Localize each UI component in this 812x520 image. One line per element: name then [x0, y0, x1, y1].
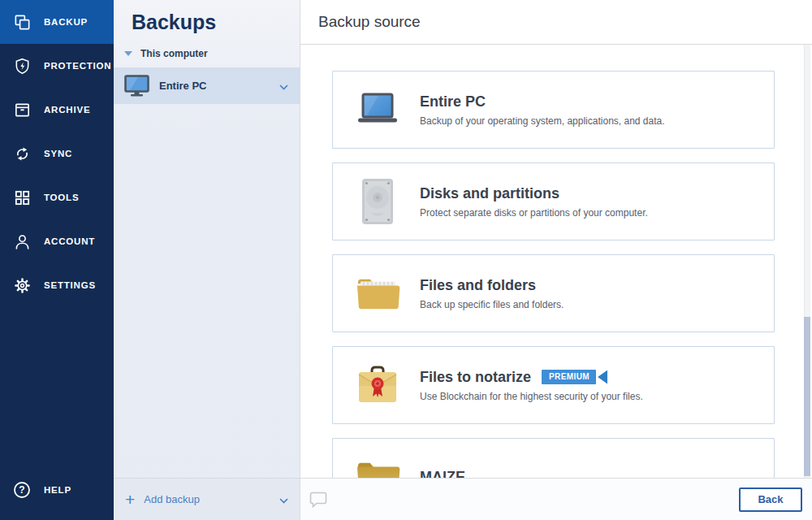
- backup-icon: [11, 12, 32, 32]
- chevron-down-icon[interactable]: [279, 79, 288, 93]
- page-title: Backup source: [318, 13, 421, 31]
- account-icon: [11, 232, 32, 251]
- archive-icon: [11, 100, 32, 119]
- chevron-down-icon[interactable]: [279, 492, 288, 507]
- group-this-computer[interactable]: This computer: [124, 48, 300, 59]
- backup-list-item-entire-pc[interactable]: Entire PC: [114, 67, 300, 104]
- plus-icon: +: [125, 491, 135, 508]
- sidebar-item-protection[interactable]: PROTECTION: [0, 44, 114, 88]
- card-title: Entire PC: [420, 93, 486, 110]
- sidebar-item-label: SETTINGS: [44, 280, 96, 290]
- sidebar-item-sync[interactable]: SYNC: [0, 132, 114, 176]
- sync-icon: [11, 144, 32, 163]
- app-window: BACKUP PROTECTION ARCHIVE SYNC TOOLS: [0, 0, 812, 520]
- tools-icon: [11, 188, 32, 207]
- comment-icon: [309, 491, 327, 508]
- add-backup-label: Add backup: [144, 493, 200, 505]
- premium-badge-arrow-icon: [598, 370, 607, 384]
- sidebar-item-settings[interactable]: SETTINGS: [0, 263, 114, 307]
- backup-item-label: Entire PC: [159, 80, 207, 92]
- group-label: This computer: [140, 48, 208, 59]
- main-header: Backup source: [300, 0, 812, 45]
- folder-icon: [354, 269, 401, 318]
- sidebar-item-backup[interactable]: BACKUP: [0, 0, 114, 44]
- backups-panel: Backups This computer Entire PC + Add ba…: [114, 0, 300, 520]
- card-description: Backup of your operating system, applica…: [420, 115, 665, 127]
- card-description: Back up specific files and folders.: [420, 299, 564, 310]
- main-footer: Back: [300, 478, 812, 520]
- source-card-maize[interactable]: NAS MAIZE: [332, 438, 775, 478]
- source-card-files-to-notarize[interactable]: Files to notarize PREMIUM Use Blockchain…: [332, 346, 775, 424]
- help-icon: ?: [11, 480, 32, 500]
- premium-badge-label: PREMIUM: [542, 370, 596, 384]
- sidebar-item-label: ARCHIVE: [44, 105, 90, 115]
- hdd-icon: [354, 177, 401, 226]
- settings-icon: [11, 275, 32, 295]
- card-title: Disks and partitions: [420, 185, 559, 202]
- feedback-button[interactable]: [308, 489, 329, 509]
- sidebar-item-label: ACCOUNT: [44, 236, 95, 246]
- card-title: MAIZE: [420, 469, 465, 479]
- sidebar-item-archive[interactable]: ARCHIVE: [0, 88, 114, 132]
- briefcase-icon: [354, 361, 401, 410]
- sidebar: BACKUP PROTECTION ARCHIVE SYNC TOOLS: [0, 0, 114, 520]
- sidebar-item-tools[interactable]: TOOLS: [0, 176, 114, 219]
- card-description: Use Blockchain for the highest security …: [420, 391, 643, 402]
- nas-folder-icon: NAS: [354, 453, 401, 478]
- back-button[interactable]: Back: [739, 488, 802, 512]
- card-description: Protect separate disks or partitions of …: [420, 207, 648, 219]
- collapse-triangle-icon: [124, 51, 132, 56]
- backup-source-list: Entire PC Backup of your operating syste…: [300, 45, 812, 478]
- sidebar-item-label: SYNC: [44, 149, 72, 158]
- main-panel: Backup source Entire PC Backup of your o…: [300, 0, 812, 520]
- scrollbar-thumb[interactable]: [804, 317, 810, 476]
- sidebar-item-label: HELP: [44, 485, 71, 495]
- sidebar-item-label: TOOLS: [44, 193, 79, 202]
- source-card-entire-pc[interactable]: Entire PC Backup of your operating syste…: [332, 71, 775, 149]
- card-title: Files to notarize: [420, 369, 531, 386]
- add-backup-bar[interactable]: + Add backup: [114, 478, 300, 520]
- panel-title: Backups: [132, 11, 300, 34]
- laptop-icon: [354, 85, 401, 134]
- sidebar-item-account[interactable]: ACCOUNT: [0, 219, 114, 263]
- svg-text:?: ?: [19, 484, 24, 496]
- monitor-icon: [124, 75, 149, 97]
- sidebar-item-help[interactable]: ? HELP: [0, 468, 114, 512]
- source-card-files-folders[interactable]: Files and folders Back up specific files…: [332, 254, 775, 332]
- sidebar-item-label: BACKUP: [44, 17, 88, 27]
- backups-list-empty-area: [114, 104, 300, 478]
- sidebar-item-label: PROTECTION: [44, 61, 111, 71]
- premium-badge: PREMIUM: [542, 370, 607, 384]
- protection-icon: [11, 56, 32, 76]
- source-card-disks-partitions[interactable]: Disks and partitions Protect separate di…: [332, 162, 775, 240]
- card-title: Files and folders: [420, 277, 536, 294]
